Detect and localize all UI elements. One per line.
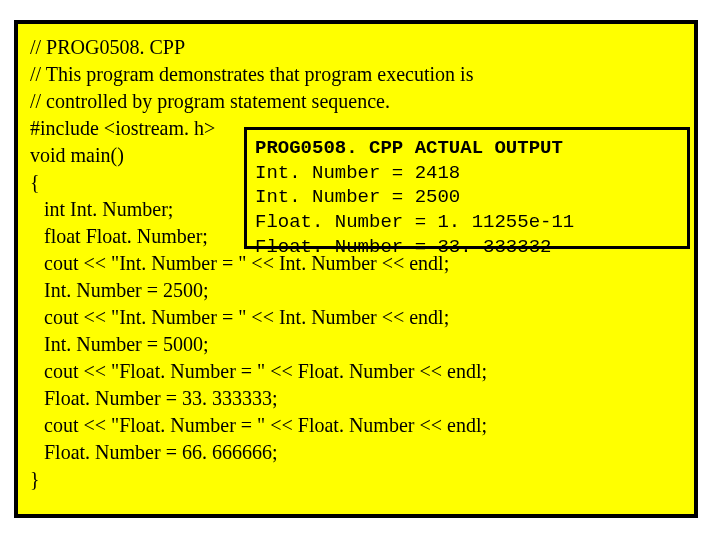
code-line: cout << "Int. Number = " << Int. Number … — [44, 304, 682, 331]
output-line: Int. Number = 2500 — [255, 185, 679, 210]
code-frame: // PROG0508. CPP // This program demonst… — [14, 20, 698, 518]
output-frame: PROG0508. CPP ACTUAL OUTPUT Int. Number … — [244, 127, 690, 249]
code-line: cout << "Float. Number = " << Float. Num… — [44, 358, 682, 385]
output-line: Float. Number = 33. 333332 — [255, 235, 679, 260]
code-line: Int. Number = 2500; — [44, 277, 682, 304]
close-brace: } — [30, 466, 682, 493]
comment-line-1: // PROG0508. CPP — [30, 34, 682, 61]
output-title: PROG0508. CPP ACTUAL OUTPUT — [255, 136, 679, 161]
code-line: Int. Number = 5000; — [44, 331, 682, 358]
output-line: Int. Number = 2418 — [255, 161, 679, 186]
code-line: Float. Number = 66. 666666; — [44, 439, 682, 466]
comment-line-3: // controlled by program statement seque… — [30, 88, 682, 115]
output-line: Float. Number = 1. 11255e-11 — [255, 210, 679, 235]
code-line: Float. Number = 33. 333333; — [44, 385, 682, 412]
code-line: cout << "Float. Number = " << Float. Num… — [44, 412, 682, 439]
comment-line-2: // This program demonstrates that progra… — [30, 61, 682, 88]
